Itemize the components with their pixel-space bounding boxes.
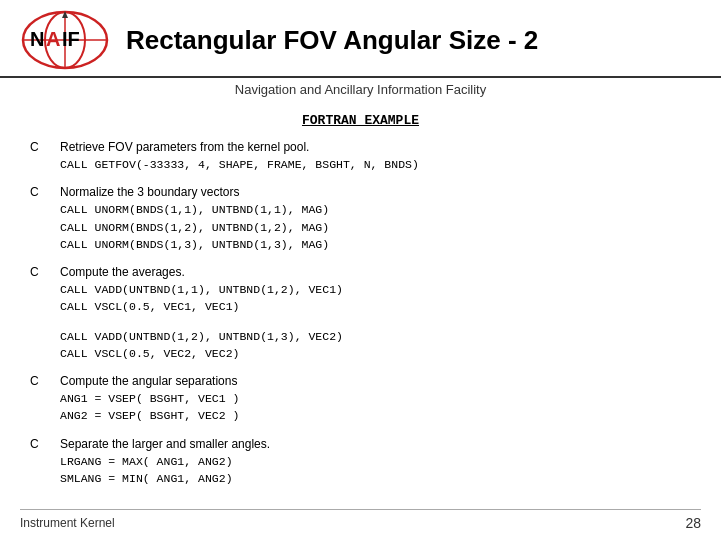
section-5-code: LRGANG = MAX( ANG1, ANG2)SMLANG = MIN( A… <box>60 453 270 488</box>
section-2-comment: Normalize the 3 boundary vectors <box>60 185 329 199</box>
section-5: C Separate the larger and smaller angles… <box>30 437 691 488</box>
section-1-code: CALL GETFOV(-33333, 4, SHAPE, FRAME, BSG… <box>60 156 419 173</box>
section-3-label: C <box>30 265 50 279</box>
section-5-inner: Separate the larger and smaller angles. … <box>60 437 270 488</box>
svg-text:A: A <box>46 28 60 50</box>
standalone-code-1: CALL VADD(UNTBND(1,2), UNTBND(1,3), VEC2… <box>60 328 691 363</box>
page-title: Rectangular FOV Angular Size - 2 <box>126 25 538 56</box>
section-3-code: CALL VADD(UNTBND(1,1), UNTBND(1,2), VEC1… <box>60 281 343 316</box>
svg-text:N: N <box>30 28 44 50</box>
footer: Instrument Kernel 28 <box>20 509 701 531</box>
section-3-inner: Compute the averages. CALL VADD(UNTBND(1… <box>60 265 343 316</box>
section-1-comment: Retrieve FOV parameters from the kernel … <box>60 140 419 154</box>
section-4-inner: Compute the angular separations ANG1 = V… <box>60 374 239 425</box>
svg-text:IF: IF <box>62 28 80 50</box>
header: N A IF Rectangular FOV Angular Size - 2 <box>0 0 721 78</box>
section-3: C Compute the averages. CALL VADD(UNTBND… <box>30 265 691 316</box>
section-4-label: C <box>30 374 50 388</box>
fortran-heading: FORTRAN EXAMPLE <box>0 113 721 128</box>
section-2-inner: Normalize the 3 boundary vectors CALL UN… <box>60 185 329 253</box>
naif-logo: N A IF <box>20 10 110 70</box>
section-4-code: ANG1 = VSEP( BSGHT, VEC1 )ANG2 = VSEP( B… <box>60 390 239 425</box>
section-2: C Normalize the 3 boundary vectors CALL … <box>30 185 691 253</box>
content-area: C Retrieve FOV parameters from the kerne… <box>0 140 721 487</box>
section-2-code: CALL UNORM(BNDS(1,1), UNTBND(1,1), MAG)C… <box>60 201 329 253</box>
section-5-label: C <box>30 437 50 451</box>
section-4-comment: Compute the angular separations <box>60 374 239 388</box>
footer-left-label: Instrument Kernel <box>20 516 115 530</box>
section-1-label: C <box>30 140 50 154</box>
section-2-label: C <box>30 185 50 199</box>
section-1: C Retrieve FOV parameters from the kerne… <box>30 140 691 173</box>
section-1-inner: Retrieve FOV parameters from the kernel … <box>60 140 419 173</box>
subtitle: Navigation and Ancillary Information Fac… <box>0 78 721 105</box>
footer-page-number: 28 <box>685 515 701 531</box>
section-3-comment: Compute the averages. <box>60 265 343 279</box>
section-4: C Compute the angular separations ANG1 =… <box>30 374 691 425</box>
section-5-comment: Separate the larger and smaller angles. <box>60 437 270 451</box>
